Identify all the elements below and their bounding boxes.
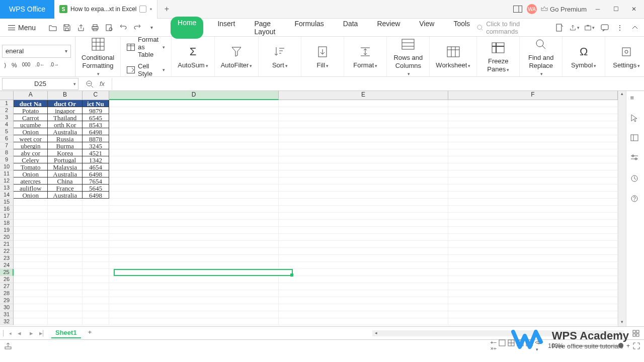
cell[interactable] — [14, 227, 48, 234]
cell[interactable] — [448, 149, 618, 156]
cell[interactable]: Thailand — [48, 114, 82, 121]
sheet-nav-next-icon[interactable]: ▸ — [27, 329, 35, 337]
autosum-button[interactable]: Σ AutoSum▾ — [178, 44, 208, 69]
column-header[interactable]: F — [448, 91, 618, 100]
cell[interactable] — [109, 185, 279, 192]
cell[interactable]: Australia — [48, 170, 82, 177]
cell[interactable] — [279, 297, 448, 304]
cursor-icon[interactable] — [630, 114, 640, 124]
edit-mode-icon[interactable] — [4, 342, 12, 350]
cell[interactable] — [279, 234, 448, 241]
cell[interactable] — [48, 318, 82, 325]
cell[interactable] — [109, 241, 279, 248]
cell[interactable] — [109, 283, 279, 290]
cell-style-button[interactable]: Cell Style▾ — [127, 62, 165, 77]
cell[interactable] — [14, 255, 48, 262]
cell[interactable] — [109, 170, 279, 177]
cell[interactable] — [448, 206, 618, 213]
settings-button[interactable]: Settings▾ — [611, 44, 641, 69]
tab-formulas[interactable]: Formulas — [289, 17, 329, 39]
cell[interactable] — [14, 262, 48, 269]
tab-review[interactable]: Review — [372, 17, 405, 39]
cell[interactable] — [83, 199, 109, 206]
properties-icon[interactable] — [630, 134, 640, 144]
symbol-button[interactable]: Ω Symbol▾ — [569, 44, 599, 69]
row-header[interactable]: 2 — [0, 107, 14, 114]
cell[interactable] — [109, 290, 279, 297]
cell[interactable]: 5645 — [83, 185, 109, 192]
column-header[interactable]: D — [109, 91, 279, 100]
cell[interactable] — [109, 114, 279, 121]
cell[interactable]: 9879 — [83, 107, 109, 114]
cell[interactable] — [83, 248, 109, 255]
row-header[interactable]: 32 — [0, 318, 14, 325]
cell[interactable] — [279, 128, 448, 135]
cell[interactable] — [279, 163, 448, 170]
cell[interactable] — [48, 213, 82, 220]
cell[interactable] — [48, 283, 82, 290]
add-sheet-button[interactable]: + — [85, 328, 95, 338]
zoom-out-button[interactable]: − — [567, 342, 570, 349]
cell[interactable]: 6545 — [83, 114, 109, 121]
cell[interactable] — [48, 234, 82, 241]
cell[interactable] — [448, 220, 618, 227]
format-as-table-button[interactable]: Format as Table▾ — [127, 36, 165, 58]
cell[interactable]: 8878 — [83, 135, 109, 142]
sliders-icon[interactable] — [630, 154, 640, 164]
cell[interactable] — [14, 213, 48, 220]
cell[interactable]: auliflow — [14, 185, 48, 192]
row-header[interactable]: 6 — [0, 135, 14, 142]
cell[interactable]: Onion — [14, 170, 48, 177]
cell[interactable] — [448, 269, 618, 276]
cell[interactable] — [279, 241, 448, 248]
cell[interactable] — [14, 290, 48, 297]
cell[interactable] — [14, 248, 48, 255]
chat-icon[interactable] — [600, 23, 610, 33]
sheet-nav-last-icon[interactable]: ▸⎸ — [39, 329, 47, 337]
close-button[interactable]: ✕ — [627, 2, 641, 16]
scroll-left-icon[interactable]: ◂ — [372, 330, 379, 336]
row-header[interactable]: 14 — [0, 192, 14, 199]
cell[interactable] — [83, 262, 109, 269]
cell[interactable]: ingapor — [48, 107, 82, 114]
menu-button[interactable]: Menu — [4, 22, 40, 34]
row-header[interactable]: 9 — [0, 156, 14, 163]
row-header[interactable]: 31 — [0, 311, 14, 318]
scroll-up-icon[interactable]: ▴ — [618, 91, 626, 98]
cell[interactable]: 6498 — [83, 170, 109, 177]
cell[interactable] — [14, 318, 48, 325]
conditional-formatting-button[interactable]: Conditional Formatting▾ — [82, 37, 114, 76]
cell[interactable]: China — [48, 177, 82, 185]
column-header[interactable]: A — [14, 91, 48, 100]
cell[interactable]: 4654 — [83, 163, 109, 170]
cell[interactable] — [448, 170, 618, 177]
help-icon[interactable]: ? — [630, 195, 640, 205]
cell[interactable] — [83, 311, 109, 318]
scroll-right-icon[interactable]: ▸ — [617, 330, 624, 336]
cell[interactable]: Celery — [14, 156, 48, 163]
cell[interactable]: ucumbe — [14, 121, 48, 128]
cell[interactable] — [279, 185, 448, 192]
zoom-slider[interactable] — [573, 345, 623, 347]
zoom-level[interactable]: 100% — [548, 342, 564, 349]
tab-data[interactable]: Data — [338, 17, 363, 39]
history-icon[interactable] — [630, 174, 640, 185]
cell[interactable] — [448, 128, 618, 135]
row-header[interactable]: 29 — [0, 297, 14, 304]
cell[interactable]: atercres — [14, 177, 48, 185]
cell[interactable] — [109, 128, 279, 135]
row-header[interactable]: 8 — [0, 149, 14, 156]
cell[interactable] — [279, 311, 448, 318]
row-header[interactable]: 22 — [0, 248, 14, 255]
row-header[interactable]: 28 — [0, 290, 14, 297]
select-all-button[interactable] — [0, 91, 14, 100]
cell[interactable]: duct Or — [48, 100, 82, 107]
cell[interactable] — [109, 297, 279, 304]
cell[interactable] — [279, 269, 448, 276]
cell[interactable] — [448, 185, 618, 192]
cell[interactable] — [109, 213, 279, 220]
zoom-out-icon[interactable] — [86, 80, 94, 88]
cell[interactable] — [83, 318, 109, 325]
cell[interactable]: Malaysia — [48, 163, 82, 170]
cell[interactable] — [48, 262, 82, 269]
